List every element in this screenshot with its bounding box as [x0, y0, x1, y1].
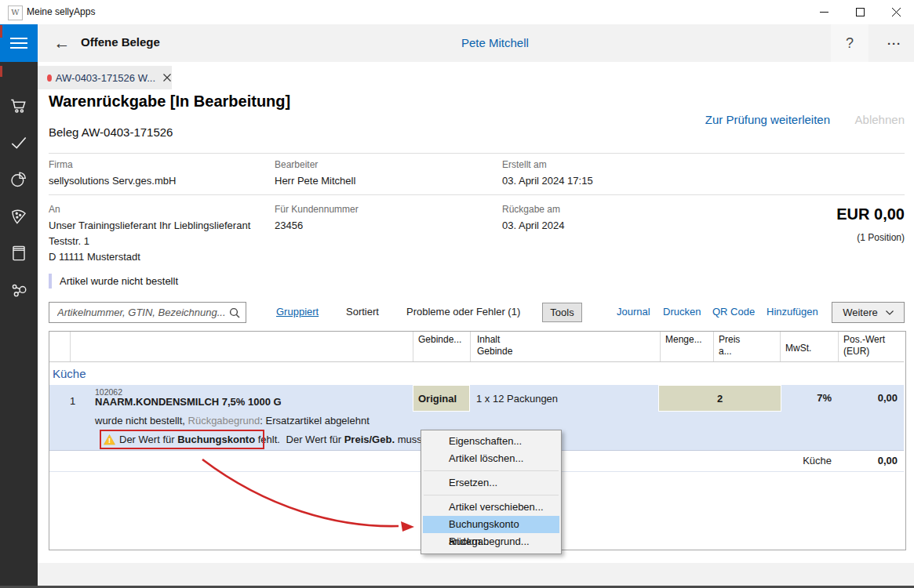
menu-separator	[424, 470, 559, 471]
article-search	[49, 302, 246, 323]
maximize-icon	[856, 8, 865, 16]
help-icon: ?	[846, 35, 854, 52]
user-name[interactable]: Pete Mitchell	[461, 36, 529, 49]
footer-strip	[38, 563, 914, 586]
field-value: 23456	[275, 218, 303, 234]
filter-sorted[interactable]: Sortiert	[346, 306, 379, 318]
sidebar-item-statistics[interactable]	[0, 161, 38, 198]
menu-item-buchungskonto-aendern[interactable]: Buchungskonto ändern...	[423, 516, 559, 533]
position-status-row: wurde nicht bestellt, Rückgabegrund: Ers…	[49, 412, 904, 430]
sidebar-item-food[interactable]	[0, 198, 38, 235]
menu-item-artikel-verschieben[interactable]: Artikel verschieben...	[423, 499, 559, 516]
context-menu: Eigenschaften... Artikel löschen... Erse…	[421, 430, 562, 554]
back-button[interactable]: ←	[49, 31, 75, 55]
sidebar-item-cart[interactable]	[0, 87, 38, 125]
more-icon: ···	[887, 37, 901, 50]
column-header-poswert[interactable]: Pos.-Wert (EUR)	[838, 332, 904, 361]
gebinde-cell[interactable]: Original	[413, 385, 470, 412]
forward-for-review-link[interactable]: Zur Prüfung weiterleiten	[705, 113, 830, 126]
field-value: 03. April 2024 17:15	[502, 173, 593, 189]
status-label: Rückgabegrund	[188, 415, 260, 426]
sidebar-item-catalog[interactable]	[0, 234, 38, 272]
position-row[interactable]: 1 102062 NAARM.KONDENSMILCH 7,5% 1000 G …	[49, 385, 904, 412]
note-text: Artikel wurde nicht bestellt	[60, 275, 178, 287]
close-button[interactable]	[878, 0, 914, 24]
group-row[interactable]: Küche	[49, 361, 904, 385]
menu-item-ersetzen[interactable]: Ersetzen...	[423, 474, 559, 492]
column-header-article[interactable]	[70, 332, 413, 361]
more-actions-dropdown[interactable]: Weitere	[832, 302, 905, 323]
field-label: Firma	[49, 159, 73, 170]
tab-strip: AW-0403-171526 W...	[38, 62, 914, 89]
more-actions-label: Weitere	[843, 307, 878, 318]
mwst-value: 7%	[780, 385, 832, 412]
field-value: sellysolutions Serv.ges.mbH	[49, 173, 176, 189]
field-label: Erstellt am	[502, 159, 547, 170]
pizza-icon	[9, 206, 29, 227]
column-header-preis[interactable]: Preis a...	[713, 332, 780, 361]
column-header-gebinde[interactable]: Gebinde...	[413, 332, 470, 361]
sidebar-item-tasks[interactable]	[0, 124, 38, 162]
annotation-highlight-box	[100, 430, 264, 449]
field-label: Rückgabe am	[502, 204, 560, 215]
article-name: NAARM.KONDENSMILCH 7,5% 1000 G	[95, 396, 282, 408]
sidebar-item-share[interactable]	[0, 271, 38, 309]
close-icon	[892, 8, 901, 16]
unsaved-dot-icon	[47, 74, 52, 82]
field-value: Herr Pete Mitchell	[275, 173, 355, 189]
app-icon: W	[8, 5, 23, 20]
field-label: Bearbeiter	[275, 159, 318, 170]
column-header-mwst[interactable]: MwSt.	[780, 332, 838, 361]
minimize-button[interactable]	[806, 0, 842, 24]
app-header: ← Offene Belege Pete Mitchell ? ···	[38, 24, 914, 62]
edge-indicator	[0, 66, 2, 77]
menu-item-eigenschaften[interactable]: Eigenschaften...	[423, 433, 559, 450]
reject-link[interactable]: Ablehnen	[855, 113, 905, 126]
sidebar: ⚙	[0, 24, 38, 588]
summary-label: Küche	[780, 451, 832, 471]
header-more-button[interactable]: ···	[876, 24, 913, 62]
status-text: wurde nicht bestellt,	[95, 415, 188, 426]
divider	[49, 194, 905, 195]
inhalt-cell: 1 x 12 Packungen	[476, 385, 558, 412]
hamburger-icon	[10, 38, 27, 39]
cart-icon	[9, 96, 29, 116]
divider	[49, 153, 905, 154]
table-header-row: Gebinde... Inhalt Gebinde Menge... Preis…	[49, 332, 904, 362]
column-header-inhalt[interactable]: Inhalt Gebinde	[470, 332, 660, 361]
tools-button[interactable]: Tools	[542, 303, 582, 322]
note-marker	[49, 274, 52, 289]
pie-chart-icon	[9, 169, 29, 190]
menu-button[interactable]	[0, 24, 38, 62]
qr-code-link[interactable]: QR Code	[712, 306, 755, 318]
search-input[interactable]	[56, 306, 229, 319]
menge-cell[interactable]: 2	[658, 385, 781, 412]
check-icon	[9, 132, 29, 153]
tab-label: AW-0403-171526 W...	[56, 72, 155, 84]
help-button[interactable]: ?	[831, 24, 868, 62]
menge-value: 2	[717, 393, 723, 405]
field-label: An	[49, 204, 60, 215]
menu-item-rueckgabegrund[interactable]: Rückgabegrund...	[423, 533, 559, 550]
title-bar: W Meine sellyApps	[0, 0, 914, 25]
add-link[interactable]: Hinzufügen	[767, 306, 818, 318]
warning-text: Der Wert für	[286, 434, 344, 445]
journal-link[interactable]: Journal	[617, 306, 650, 318]
group-label: Küche	[53, 367, 86, 380]
menu-item-artikel-loeschen[interactable]: Artikel löschen...	[423, 450, 559, 467]
poswert-value: 0,00	[838, 385, 898, 412]
filter-problems[interactable]: Probleme oder Fehler (1)	[406, 306, 520, 318]
document-total: EUR 0,00	[836, 205, 905, 223]
tab-close-button[interactable]	[162, 71, 172, 85]
maximize-button[interactable]	[842, 0, 878, 24]
field-value: 03. April 2024	[502, 218, 565, 234]
page-title: Offene Belege	[81, 35, 160, 49]
column-header-menge[interactable]: Menge...	[660, 332, 713, 361]
document-tab[interactable]: AW-0403-171526 W...	[38, 66, 172, 89]
field-value: Unser Trainingslieferant Ihr Lieblingsli…	[49, 218, 250, 265]
print-link[interactable]: Drucken	[663, 306, 701, 318]
summary-value: 0,00	[838, 451, 898, 471]
field-label: Für Kundennummer	[275, 204, 359, 215]
filter-grouped[interactable]: Gruppiert	[276, 306, 319, 318]
document-title: Warenrückgabe [In Bearbeitung]	[49, 93, 290, 111]
